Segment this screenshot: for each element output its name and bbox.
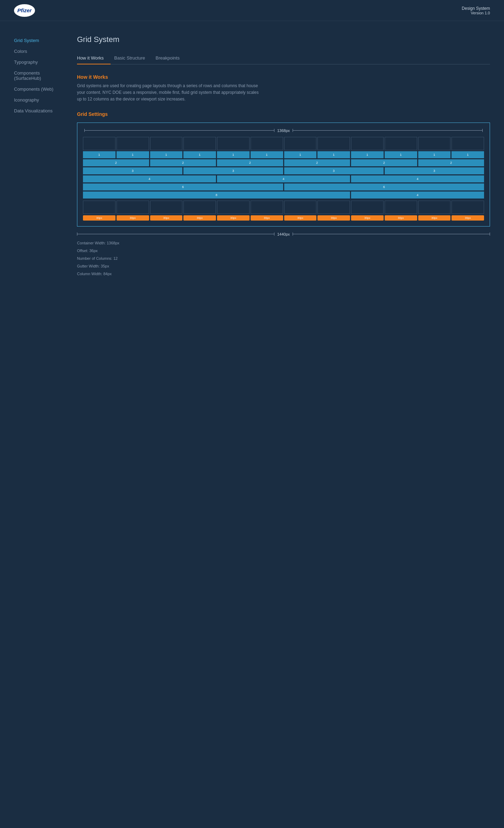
gutter-11: 30px — [418, 215, 451, 221]
col-box-6 — [251, 137, 283, 150]
tabs: How it Works Basic Structure Breakpoints — [77, 53, 490, 64]
sidebar-item-components-surfacehub[interactable]: Components (SurfaceHub) — [14, 68, 63, 84]
section-description: Grid systems are used for creating page … — [77, 83, 259, 103]
span-1-block-7: 1 — [284, 151, 317, 158]
grid-visualization: 1368px — [77, 123, 490, 227]
inner-width-label: 1368px — [274, 128, 293, 133]
col-box-b-7 — [284, 201, 317, 214]
col-box-b-3 — [150, 201, 183, 214]
span-8-block: 8 — [83, 192, 350, 199]
sidebar-item-grid-system[interactable]: Grid System — [14, 35, 63, 46]
span-1-block-3: 1 — [150, 151, 183, 158]
logo-text: Pfizer — [18, 7, 32, 13]
span-2-block-1: 2 — [83, 159, 149, 166]
span-2-block-2: 2 — [150, 159, 216, 166]
inner-width-line-right — [293, 130, 483, 131]
tab-breakpoints[interactable]: Breakpoints — [155, 53, 187, 64]
col-box-2 — [117, 137, 149, 150]
gutter-labels: 30px 30px 30px 30px 30px 30px 30px 30px … — [83, 215, 484, 221]
gutter-5: 30px — [217, 215, 250, 221]
sidebar: Grid System Colors Typography Components… — [0, 35, 70, 278]
logo-container: Pfizer — [14, 4, 35, 17]
outer-width-indicator: 1440px — [77, 232, 490, 236]
outer-width-line-right — [293, 234, 490, 234]
col-box-1 — [83, 137, 115, 150]
span-3-block-3: 3 — [284, 167, 384, 174]
span-1-block-10: 1 — [385, 151, 417, 158]
spec-gutter-width: Gutter Width: 35px — [77, 262, 490, 270]
spec-num-columns: Number of Columns: 12 — [77, 255, 490, 262]
span-row-2: 2 2 2 2 2 2 — [83, 159, 484, 166]
span-3-block-1: 3 — [83, 167, 182, 174]
col-box-11 — [418, 137, 451, 150]
how-it-works-section: How it Works Grid systems are used for c… — [77, 74, 490, 278]
span-1-block-5: 1 — [217, 151, 250, 158]
spec-offset: Offset: 36px — [77, 247, 490, 255]
col-box-b-6 — [251, 201, 283, 214]
sidebar-item-typography[interactable]: Typography — [14, 57, 63, 68]
sidebar-item-data-visualizations[interactable]: Data Visualizations — [14, 105, 63, 116]
sidebar-item-iconography[interactable]: Iconography — [14, 95, 63, 105]
gutter-12: 30px — [451, 215, 484, 221]
span-row-6: 6 6 — [83, 183, 484, 190]
header-title: Design System — [462, 6, 490, 11]
gutter-8: 30px — [317, 215, 350, 221]
span-1-block-12: 1 — [451, 151, 484, 158]
col-box-b-5 — [217, 201, 250, 214]
gutter-1: 30px — [83, 215, 115, 221]
header-right: Design System Version 1.0 — [462, 6, 490, 15]
span-6-block-1: 6 — [83, 183, 283, 190]
span-4-block-right: 4 — [351, 192, 484, 199]
span-4-block-2: 4 — [217, 175, 350, 182]
col-box-b-11 — [418, 201, 451, 214]
col-box-b-4 — [183, 201, 216, 214]
grid-settings-title: Grid Settings — [77, 111, 490, 117]
span-6-block-2: 6 — [284, 183, 484, 190]
span-1-block-2: 1 — [117, 151, 149, 158]
header: Pfizer Design System Version 1.0 — [0, 0, 504, 21]
column-boxes-row — [83, 137, 484, 150]
sidebar-item-colors[interactable]: Colors — [14, 46, 63, 57]
main-layout: Grid System Colors Typography Components… — [0, 21, 504, 278]
gutter-7: 30px — [284, 215, 317, 221]
gutter-4: 30px — [183, 215, 216, 221]
span-2-block-4: 2 — [284, 159, 350, 166]
tab-basic-structure[interactable]: Basic Structure — [114, 53, 152, 64]
span-row-4: 4 4 4 — [83, 175, 484, 182]
outer-width-label: 1440px — [274, 232, 293, 236]
span-1-block-11: 1 — [418, 151, 451, 158]
col-box-12 — [451, 137, 484, 150]
span-4-block-3: 4 — [351, 175, 484, 182]
col-box-b-12 — [451, 201, 484, 214]
spec-column-width: Column Width: 84px — [77, 270, 490, 278]
span-1-block-6: 1 — [251, 151, 283, 158]
col-box-5 — [217, 137, 250, 150]
tab-how-it-works[interactable]: How it Works — [77, 53, 111, 64]
gutter-2: 30px — [117, 215, 149, 221]
col-box-7 — [284, 137, 317, 150]
logo-oval: Pfizer — [14, 4, 35, 17]
span-3-block-4: 3 — [385, 167, 484, 174]
col-box-b-2 — [117, 201, 149, 214]
grid-specs: Container Width: 1368px Offset: 36px Num… — [77, 239, 490, 278]
col-box-9 — [351, 137, 384, 150]
span-3-block-2: 3 — [183, 167, 283, 174]
spec-container-width: Container Width: 1368px — [77, 239, 490, 247]
section-title: How it Works — [77, 74, 490, 80]
col-box-b-1 — [83, 201, 115, 214]
span-2-block-6: 2 — [418, 159, 484, 166]
span-row-3: 3 3 3 3 — [83, 167, 484, 174]
gutter-10: 30px — [385, 215, 417, 221]
content: Grid System How it Works Basic Structure… — [70, 35, 504, 278]
span-2-block-5: 2 — [351, 159, 417, 166]
col-box-4 — [183, 137, 216, 150]
page-title: Grid System — [77, 35, 490, 44]
span-1-block-9: 1 — [351, 151, 384, 158]
col-box-10 — [385, 137, 417, 150]
span-4-block-1: 4 — [83, 175, 216, 182]
inner-width-line — [84, 130, 274, 131]
gutter-9: 30px — [351, 215, 384, 221]
outer-width-line-left — [77, 234, 274, 234]
sidebar-item-components-web[interactable]: Components (Web) — [14, 84, 63, 95]
col-box-8 — [317, 137, 350, 150]
